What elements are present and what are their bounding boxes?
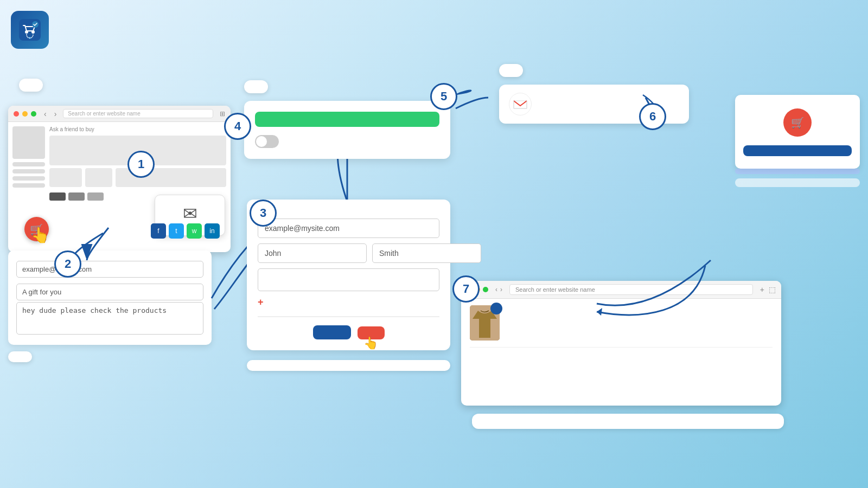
cb-icon-1: + (760, 285, 764, 294)
send-email-icon: ✉ (165, 203, 215, 224)
checkout-empty-input[interactable] (258, 268, 439, 291)
add-friend-bottom-label (8, 351, 32, 362)
friends-popup-label (735, 178, 860, 187)
checkout-name-row (258, 243, 439, 263)
browser-bar: ‹ › Search or enter website name ⊞ (8, 106, 231, 122)
cb-totals (470, 347, 773, 368)
cb-total-row (470, 358, 773, 368)
step-6-bubble: 6 (639, 103, 666, 130)
dot-red (14, 111, 19, 117)
finger-send-icon: 👆 (363, 336, 378, 350)
purchase-toggle[interactable] (255, 135, 279, 148)
step-3-bubble: 3 (250, 200, 277, 227)
checkout-card: + 👆 (247, 200, 450, 350)
cb-product-badge (490, 303, 502, 314)
fill-checkout-label (247, 360, 450, 371)
nav-back: ‹ (44, 110, 47, 118)
gmail-icon (509, 93, 532, 115)
ask-friend-popup-card: 🛒 (735, 95, 860, 169)
toggle-row (255, 135, 439, 148)
first-name-input[interactable] (258, 243, 367, 263)
email-sent-notification-label (244, 80, 268, 93)
cb-product-row (470, 305, 773, 341)
cb-total-row-right (770, 358, 773, 368)
friend-form-card: hey dude please check the products (8, 251, 212, 345)
resize-icon: ⊞ (220, 110, 225, 118)
checkout-buttons: 👆 (258, 325, 439, 339)
section-ask-friend: 🛒 (735, 95, 860, 187)
section-checkout-details: + 👆 (247, 200, 450, 373)
browser-window: ‹ › Search or enter website name ⊞ Ask a… (8, 106, 231, 252)
gift-input[interactable] (16, 284, 203, 300)
message-textarea[interactable]: hey dude please check the products (16, 302, 203, 335)
cb-content (461, 299, 781, 377)
divider (258, 316, 439, 317)
plus-icon: + (258, 297, 264, 308)
last-name-input[interactable] (372, 243, 481, 263)
email-sent-card (244, 101, 450, 159)
click-shareable-label (19, 79, 43, 92)
nav-forward: › (54, 110, 57, 118)
email-sent-banner (255, 112, 439, 127)
browser-url: Search or enter website name (63, 109, 213, 118)
finger-cursor-icon: 👆 (31, 226, 50, 244)
section-email-sent (244, 80, 450, 159)
redirect-label (472, 414, 784, 429)
share-btn-2[interactable]: t (169, 223, 184, 239)
section-checkout-browser: ‹ › Search or enter website name + ⬚ (461, 281, 781, 411)
dot-green (31, 111, 36, 117)
share-btn-1[interactable]: f (151, 223, 166, 239)
page-header (0, 0, 868, 16)
address-details-row: + (258, 297, 439, 308)
logo-icon (11, 11, 49, 49)
email-received-label (499, 64, 523, 77)
share-buttons: f t w in (151, 223, 220, 239)
toggle-knob (256, 136, 267, 147)
cb-icon-2: ⬚ (769, 285, 776, 294)
redirect-section (472, 409, 784, 429)
step-2-bubble: 2 (54, 251, 81, 278)
cb-dot-green (483, 287, 488, 292)
cb-icons: + ⬚ (760, 285, 776, 294)
step-1-bubble: 1 (127, 151, 155, 178)
share-btn-4[interactable]: in (205, 223, 220, 239)
cb-product-image-wrapper (470, 305, 500, 341)
step-4-bubble: 4 (224, 113, 251, 140)
dot-yellow (22, 111, 28, 117)
section-browser: ‹ › Search or enter website name ⊞ Ask a… (8, 79, 231, 247)
red-cart-button[interactable]: 🛒 (783, 108, 812, 137)
cb-url-bar[interactable]: Search or enter website name (509, 284, 753, 295)
send-btn-wrapper: 👆 (358, 325, 385, 339)
cb-nav-back: ‹ (495, 286, 497, 293)
step-5-bubble: 5 (430, 83, 457, 110)
step-7-bubble: 7 (452, 275, 480, 303)
share-btn-3[interactable]: w (187, 223, 202, 239)
checkout-browser-window: ‹ › Search or enter website name + ⬚ (461, 281, 781, 406)
friend-email-input[interactable] (16, 261, 203, 278)
back-button[interactable] (313, 325, 351, 339)
logo (11, 11, 54, 49)
section-friend-form: hey dude please check the products (8, 244, 212, 364)
cb-nav-forward: › (500, 286, 502, 293)
continue-checkout-button[interactable] (743, 145, 852, 156)
checkout-email-input[interactable] (258, 219, 439, 238)
checkout-browser-bar: ‹ › Search or enter website name + ⬚ (461, 281, 781, 299)
